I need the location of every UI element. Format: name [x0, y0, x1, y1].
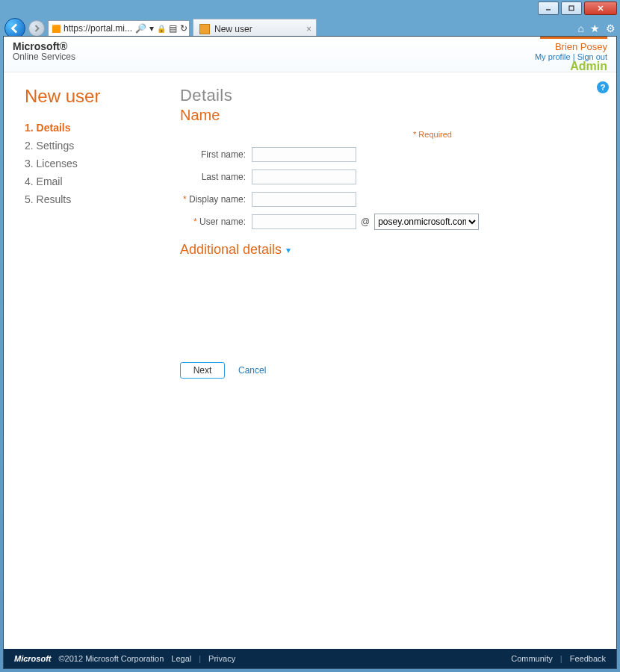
page-header: Microsoft® Online Services Brien Posey M…	[4, 37, 616, 72]
accent-bar	[540, 37, 607, 39]
favicon-icon: 🟧	[52, 23, 61, 34]
tab-title: New user	[214, 24, 252, 34]
community-link[interactable]: Community	[511, 654, 553, 663]
step-results[interactable]: 5. Results	[25, 190, 174, 208]
lock-icon: 🔒	[157, 25, 166, 33]
tools-icon[interactable]: ⚙	[606, 22, 616, 34]
user-block: Brien Posey My profile | Sign out Admin	[535, 41, 607, 73]
required-note: * Required	[180, 130, 601, 139]
wizard-steps: 1. Details 2. Settings 3. Licenses 4. Em…	[25, 119, 174, 208]
next-button[interactable]: Next	[180, 362, 225, 379]
legal-link[interactable]: Legal	[171, 654, 191, 663]
step-settings[interactable]: 2. Settings	[25, 137, 174, 155]
footer-copyright: ©2012 Microsoft Corporation	[59, 654, 164, 663]
titlebar	[0, 0, 620, 16]
additional-details-toggle[interactable]: Additional details ▾	[180, 242, 601, 258]
user-name: Brien Posey	[535, 41, 607, 52]
tab-favicon-icon	[199, 24, 210, 34]
footer-brand: Microsoft	[14, 654, 52, 663]
footer: Microsoft ©2012 Microsoft Corporation Le…	[4, 649, 616, 668]
form-area: Details Name * Required First name: Last…	[174, 86, 601, 649]
display-name-label: * Display name:	[180, 194, 252, 205]
url-text: https://portal.mi...	[63, 23, 132, 34]
cancel-link[interactable]: Cancel	[238, 365, 266, 376]
favorites-icon[interactable]: ★	[590, 22, 600, 34]
brand-top: Microsoft®	[13, 41, 75, 52]
close-button[interactable]	[584, 1, 617, 15]
step-details[interactable]: 1. Details	[25, 119, 174, 137]
domain-select[interactable]: posey.onmicrosoft.com	[374, 214, 479, 230]
first-name-label: First name:	[180, 149, 252, 160]
forward-button[interactable]	[28, 20, 45, 37]
last-name-label: Last name:	[180, 172, 252, 182]
page-title: New user	[25, 86, 174, 107]
page-viewport: Microsoft® Online Services Brien Posey M…	[3, 36, 617, 669]
content: New user 1. Details 2. Settings 3. Licen…	[4, 72, 616, 649]
help-icon[interactable]: ?	[597, 81, 609, 93]
at-symbol: @	[361, 217, 370, 227]
privacy-link[interactable]: Privacy	[208, 654, 235, 663]
dropdown-icon: ▾	[149, 23, 154, 34]
first-name-input[interactable]	[252, 147, 356, 162]
search-icon: 🔎	[135, 23, 146, 34]
step-licenses[interactable]: 3. Licenses	[25, 155, 174, 172]
feedback-link[interactable]: Feedback	[570, 654, 606, 663]
user-name-label: * User name:	[180, 217, 252, 227]
section-subtitle: Name	[180, 107, 601, 124]
my-profile-link[interactable]: My profile	[535, 52, 571, 61]
user-name-input[interactable]	[252, 214, 356, 229]
address-bar[interactable]: 🟧 https://portal.mi... 🔎 ▾ 🔒 ▤ ↻ ✕	[48, 20, 190, 37]
brand: Microsoft® Online Services	[13, 41, 75, 63]
display-name-input[interactable]	[252, 192, 356, 207]
home-icon[interactable]: ⌂	[578, 22, 584, 34]
svg-rect-1	[569, 6, 574, 10]
caret-down-icon: ▾	[286, 245, 291, 255]
last-name-input[interactable]	[252, 169, 356, 184]
os-window: 🟧 https://portal.mi... 🔎 ▾ 🔒 ▤ ↻ ✕ New u…	[0, 0, 620, 672]
role-badge: Admin	[535, 60, 607, 73]
section-title: Details	[180, 86, 601, 105]
step-email[interactable]: 4. Email	[25, 172, 174, 190]
compat-icon: ▤	[169, 23, 177, 34]
refresh-icon[interactable]: ↻	[180, 23, 187, 34]
brand-sub: Online Services	[13, 52, 75, 62]
tab-close-icon[interactable]: ×	[306, 24, 311, 34]
minimize-button[interactable]	[538, 1, 559, 15]
maximize-button[interactable]	[561, 1, 582, 15]
